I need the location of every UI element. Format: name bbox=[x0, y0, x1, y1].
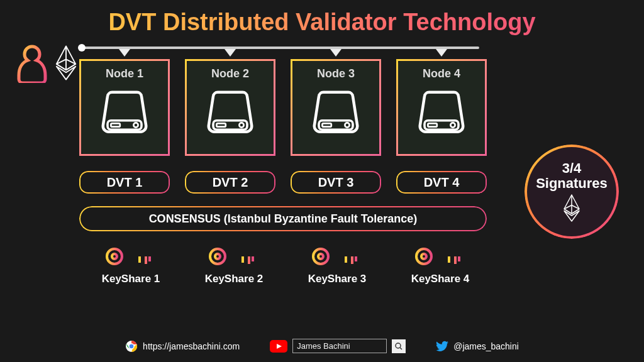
svg-point-10 bbox=[450, 123, 455, 127]
svg-rect-0 bbox=[108, 121, 142, 129]
ethereum-icon bbox=[562, 194, 581, 222]
svg-point-17 bbox=[318, 254, 323, 259]
node-box: Node 3 bbox=[291, 59, 381, 156]
keyshare-label: KeyShare 4 bbox=[411, 273, 470, 285]
dvt-label: DVT 2 bbox=[213, 175, 248, 190]
footer-twitter-handle: @james_bachini bbox=[453, 341, 519, 351]
svg-point-24 bbox=[396, 343, 401, 348]
svg-point-15 bbox=[215, 254, 220, 259]
dvt-label: DVT 4 bbox=[424, 175, 460, 190]
keyshares-row: KeyShare 1 KeyShare 2 KeyShare 3 KeyShar… bbox=[93, 244, 478, 285]
youtube-icon bbox=[270, 340, 287, 353]
storage-device-icon bbox=[308, 85, 364, 142]
svg-rect-9 bbox=[425, 121, 458, 129]
drop-arrow-icon bbox=[330, 49, 341, 57]
storage-device-icon bbox=[96, 85, 153, 142]
svg-rect-11 bbox=[428, 123, 436, 126]
footer: https://jamesbachini.com @james_bachini bbox=[0, 339, 644, 353]
node-label: Node 2 bbox=[187, 67, 274, 80]
key-icon bbox=[104, 244, 157, 269]
node-box: Node 4 bbox=[396, 59, 487, 156]
svg-point-12 bbox=[107, 249, 122, 264]
node-label: Node 4 bbox=[398, 67, 485, 80]
nodes-row: Node 1 Node 2 Node 3 bbox=[79, 49, 487, 156]
node-label: Node 3 bbox=[292, 67, 379, 80]
consensus-bar: CONSENSUS (Istanbul Byzantine Fault Tole… bbox=[79, 206, 487, 231]
dvt-pill: DVT 4 bbox=[396, 171, 487, 194]
node-box: Node 1 bbox=[79, 59, 170, 156]
svg-point-19 bbox=[421, 254, 426, 259]
page-title: DVT Distributed Validator Technology bbox=[0, 0, 644, 36]
svg-rect-3 bbox=[213, 121, 247, 129]
svg-rect-6 bbox=[319, 121, 353, 129]
signatures-ratio: 3/4 bbox=[562, 161, 582, 176]
youtube-search-input[interactable] bbox=[292, 339, 387, 353]
footer-site-url: https://jamesbachini.com bbox=[143, 341, 240, 351]
ethereum-icon bbox=[54, 45, 78, 81]
keyshare-column: KeyShare 4 bbox=[402, 244, 478, 285]
keyshare-label: KeyShare 3 bbox=[308, 273, 367, 285]
dvt-pill: DVT 2 bbox=[185, 171, 275, 194]
dvt-pill: DVT 3 bbox=[291, 171, 381, 194]
drop-arrow-icon bbox=[119, 49, 130, 57]
key-icon bbox=[414, 244, 467, 269]
twitter-icon bbox=[436, 341, 448, 352]
dvt-row: DVT 1 DVT 2 DVT 3 DVT 4 bbox=[79, 171, 487, 194]
keyshare-column: KeyShare 3 bbox=[299, 244, 375, 285]
search-icon bbox=[395, 343, 402, 350]
dvt-label: DVT 3 bbox=[318, 175, 354, 190]
node-box: Node 2 bbox=[185, 59, 275, 156]
svg-point-1 bbox=[133, 123, 138, 127]
keyshare-label: KeyShare 2 bbox=[205, 273, 264, 285]
svg-point-7 bbox=[345, 123, 349, 127]
search-button[interactable] bbox=[392, 339, 406, 353]
node-column-3: Node 3 bbox=[291, 49, 381, 156]
consensus-label: CONSENSUS (Istanbul Byzantine Fault Tole… bbox=[149, 212, 418, 226]
node-column-1: Node 1 bbox=[79, 49, 170, 156]
signatures-label: Signatures bbox=[536, 176, 608, 191]
svg-point-18 bbox=[416, 249, 431, 264]
signatures-badge: 3/4 Signatures bbox=[525, 145, 619, 239]
svg-point-13 bbox=[112, 254, 117, 259]
footer-twitter[interactable]: @james_bachini bbox=[436, 341, 519, 352]
user-eth-group bbox=[15, 43, 78, 83]
node-column-4: Node 4 bbox=[396, 49, 487, 156]
keyshare-label: KeyShare 1 bbox=[102, 273, 160, 285]
svg-point-22 bbox=[129, 344, 134, 349]
footer-site[interactable]: https://jamesbachini.com bbox=[125, 340, 240, 353]
drop-arrow-icon bbox=[436, 49, 447, 57]
dvt-label: DVT 1 bbox=[107, 175, 143, 190]
drop-arrow-icon bbox=[225, 49, 236, 57]
storage-device-icon bbox=[413, 85, 470, 142]
svg-rect-8 bbox=[322, 123, 331, 126]
chrome-icon bbox=[125, 340, 138, 353]
node-label: Node 1 bbox=[81, 67, 168, 80]
keyshare-column: KeyShare 1 bbox=[93, 244, 169, 285]
storage-device-icon bbox=[202, 85, 258, 142]
svg-point-16 bbox=[313, 249, 328, 264]
svg-point-4 bbox=[239, 123, 243, 127]
keyshare-column: KeyShare 2 bbox=[196, 244, 272, 285]
footer-youtube[interactable] bbox=[270, 339, 406, 353]
user-icon bbox=[15, 43, 49, 83]
key-icon bbox=[311, 244, 364, 269]
svg-point-14 bbox=[210, 249, 225, 264]
node-column-2: Node 2 bbox=[185, 49, 275, 156]
svg-rect-5 bbox=[216, 123, 225, 126]
key-icon bbox=[208, 244, 260, 269]
dvt-pill: DVT 1 bbox=[79, 171, 170, 194]
svg-rect-2 bbox=[111, 123, 119, 126]
